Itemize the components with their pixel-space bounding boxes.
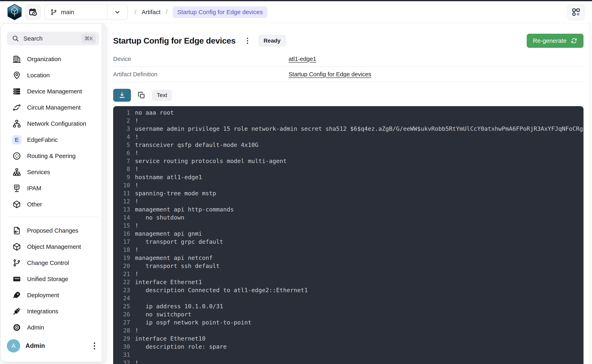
branch-name: main <box>61 9 74 16</box>
code-line: 21! <box>113 270 584 278</box>
schema-visualizer-button[interactable] <box>567 4 585 20</box>
code-line-text: interface Ethernet10 <box>135 335 205 343</box>
sidebar-item-object-management[interactable]: Object Management <box>7 239 99 255</box>
code-line: 12! <box>113 197 584 205</box>
code-line: 18! <box>113 246 584 254</box>
regenerate-label: Re-generate <box>533 37 566 44</box>
sidebar-item-admin[interactable]: Admin <box>7 319 99 336</box>
download-button[interactable] <box>113 89 131 102</box>
user-menu[interactable]: A Admin <box>7 339 97 353</box>
page-scrollbar[interactable] <box>589 1 592 364</box>
sidebar-scrollbar[interactable] <box>102 24 105 361</box>
sidebar-item-circuit-management[interactable]: Circuit Management <box>7 99 99 116</box>
code-line: 27 ip ospf network point-to-point <box>113 318 584 326</box>
format-toggle-text[interactable]: Text <box>152 90 172 101</box>
sidebar-item-deployment[interactable]: Deployment <box>7 287 99 303</box>
sidebar-item-label: Network Configuration <box>27 120 86 127</box>
map-pin-icon <box>12 71 21 80</box>
code-line-number: 27 <box>113 318 130 326</box>
code-line: 29interface Ethernet10 <box>113 335 584 343</box>
sidebar-item-organization[interactable]: Organization <box>7 51 99 67</box>
sidebar-item-label: EdgeFabric <box>27 136 58 143</box>
code-line-number: 26 <box>113 310 130 318</box>
code-line: 7service routing protocols model multi-a… <box>113 157 584 165</box>
code-line: 6! <box>113 149 584 157</box>
code-line-number: 6 <box>113 149 130 157</box>
regenerate-button[interactable]: Re-generate <box>527 34 584 48</box>
search-input[interactable]: Search ⌘K <box>7 32 99 46</box>
branch-dropdown-toggle[interactable] <box>107 5 127 20</box>
sidebar-item-services[interactable]: Services <box>7 164 99 180</box>
code-line-number: 29 <box>113 335 130 343</box>
field-value-link[interactable]: Startup Config for Edge devices <box>289 71 371 78</box>
sidebar-item-device-management[interactable]: Device Management <box>7 83 99 99</box>
field-row-device: Deviceatl1-edge1 <box>113 52 584 67</box>
copy-button[interactable] <box>137 91 146 99</box>
sidebar-item-unified-storage[interactable]: Unified Storage <box>7 271 99 287</box>
code-line: 19management api netconf <box>113 254 584 262</box>
code-line: 3username admin privilege 15 role networ… <box>113 125 584 133</box>
sidebar-item-edgefabric[interactable]: EEdgeFabric <box>7 132 99 148</box>
code-line: 2! <box>113 117 584 125</box>
sidebar: Search ⌘K OrganizationLocationDevice Man… <box>0 23 106 362</box>
ip-sign-icon: IP <box>12 184 21 193</box>
code-line-number: 18 <box>113 246 130 254</box>
sidebar-item-other[interactable]: Other <box>7 196 99 213</box>
code-line-number: 21 <box>113 270 130 278</box>
code-line-number: 11 <box>113 189 130 197</box>
edgefabric-letter: E <box>12 135 21 144</box>
search-shortcut: ⌘K <box>82 34 96 43</box>
status-badge: Ready <box>258 35 286 47</box>
search-icon <box>12 35 19 42</box>
artifact-code-block[interactable]: 1no aaa root2!3username admin privilege … <box>113 106 584 364</box>
code-line-text: management api http-commands <box>135 205 234 214</box>
app-logo-icon[interactable] <box>7 4 22 20</box>
topbar: main / Artifact / Startup Config for Edg… <box>0 1 592 23</box>
sidebar-item-change-control[interactable]: Change Control <box>7 255 99 271</box>
code-line-text: ! <box>135 221 138 230</box>
code-line-number: 25 <box>113 302 130 310</box>
code-line-text: ! <box>135 181 138 189</box>
code-line-text: transceiver qsfp default-mode 4x10G <box>135 141 258 149</box>
branch-selector[interactable]: main <box>44 4 128 20</box>
sidebar-item-routing-peering[interactable]: Routing & Peering <box>7 148 99 164</box>
search-placeholder: Search <box>23 35 43 42</box>
server-icon <box>12 87 21 96</box>
storage-icon <box>12 274 21 284</box>
field-value-link[interactable]: atl1-edge1 <box>289 56 316 62</box>
sidebar-item-label: IPAM <box>27 185 41 192</box>
sidebar-item-ipam[interactable]: IPIPAM <box>7 180 99 196</box>
sidebar-item-integrations[interactable]: Integrations <box>7 303 99 319</box>
user-options-button[interactable] <box>92 340 97 351</box>
breadcrumb-current[interactable]: Startup Config for Edge devices <box>173 6 267 18</box>
code-line-number: 1 <box>113 109 130 117</box>
sidebar-nav-secondary: Proposed ChangesObject ManagementChange … <box>7 222 99 336</box>
breadcrumb-section[interactable]: Artifact <box>142 9 161 16</box>
code-line-number: 23 <box>113 286 130 294</box>
code-line-text: ! <box>135 117 138 125</box>
building-icon <box>12 54 21 64</box>
code-line-number: 17 <box>113 238 130 246</box>
breadcrumb-separator: / <box>135 8 136 16</box>
sidebar-item-proposed-changes[interactable]: Proposed Changes <box>7 222 99 239</box>
code-line: 31 <box>113 351 584 359</box>
sidebar-item-label: Object Management <box>27 243 81 250</box>
download-icon <box>118 91 126 99</box>
field-label: Device <box>113 56 289 62</box>
sidebar-item-label: Circuit Management <box>27 104 81 111</box>
code-line-text: ip ospf network point-to-point <box>135 318 251 326</box>
sidebar-item-location[interactable]: Location <box>7 67 99 83</box>
time-travel-button[interactable] <box>25 4 41 20</box>
sidebar-item-network-configuration[interactable]: Network Configuration <box>7 116 99 132</box>
code-line: 15! <box>113 221 584 230</box>
code-line-number: 4 <box>113 133 130 141</box>
sidebar-item-label: Device Management <box>27 88 82 95</box>
code-line-text: transport grpc default <box>135 238 223 246</box>
code-line-number: 12 <box>113 197 130 205</box>
code-line-text: username admin privilege 15 role network… <box>135 125 584 133</box>
code-line: 9hostname atl1-edge1 <box>113 173 584 181</box>
sidebar-item-label: Other <box>27 201 42 208</box>
title-options-button[interactable] <box>245 36 250 46</box>
chevron-down-icon <box>114 9 121 16</box>
git-branch-icon <box>12 258 21 267</box>
